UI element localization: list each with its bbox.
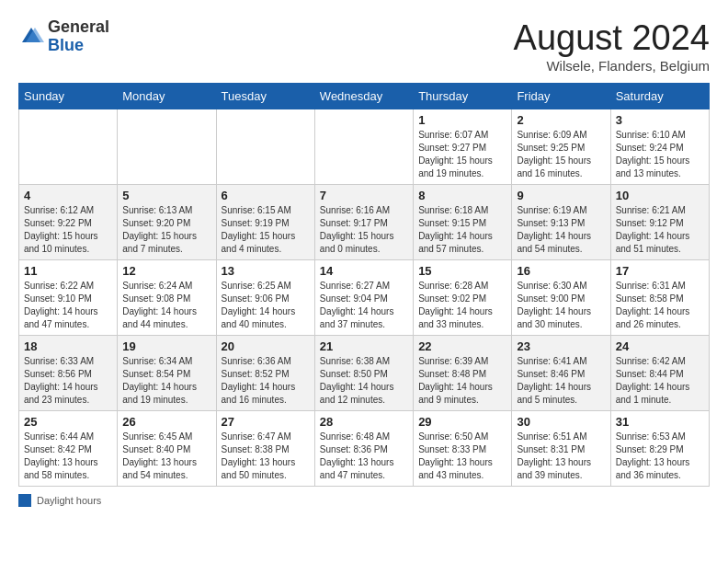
day-cell-5: 5Sunrise: 6:13 AM Sunset: 9:20 PM Daylig… xyxy=(118,185,216,260)
logo-general-text: General xyxy=(48,18,109,37)
day-cell-18: 18Sunrise: 6:33 AM Sunset: 8:56 PM Dayli… xyxy=(19,336,118,411)
weekday-header-sunday: Sunday xyxy=(19,84,118,109)
day-number: 17 xyxy=(616,264,704,278)
day-number: 20 xyxy=(222,339,310,353)
day-number: 27 xyxy=(222,415,310,429)
day-info: Sunrise: 6:24 AM Sunset: 9:08 PM Dayligh… xyxy=(122,280,210,331)
day-cell-empty-2 xyxy=(216,109,314,185)
day-cell-9: 9Sunrise: 6:19 AM Sunset: 9:13 PM Daylig… xyxy=(512,185,610,260)
day-number: 14 xyxy=(320,264,408,278)
day-cell-20: 20Sunrise: 6:36 AM Sunset: 8:52 PM Dayli… xyxy=(216,336,314,411)
day-info: Sunrise: 6:22 AM Sunset: 9:10 PM Dayligh… xyxy=(24,280,112,331)
day-info: Sunrise: 6:42 AM Sunset: 8:44 PM Dayligh… xyxy=(616,355,704,407)
day-cell-11: 11Sunrise: 6:22 AM Sunset: 9:10 PM Dayli… xyxy=(19,260,118,336)
day-cell-15: 15Sunrise: 6:28 AM Sunset: 9:02 PM Dayli… xyxy=(414,260,512,336)
day-info: Sunrise: 6:41 AM Sunset: 8:46 PM Dayligh… xyxy=(517,355,605,407)
day-cell-1: 1Sunrise: 6:07 AM Sunset: 9:27 PM Daylig… xyxy=(414,109,512,185)
day-info: Sunrise: 6:48 AM Sunset: 8:36 PM Dayligh… xyxy=(320,431,408,482)
day-number: 19 xyxy=(122,339,210,353)
month-title: August 2024 xyxy=(514,18,710,58)
day-info: Sunrise: 6:07 AM Sunset: 9:27 PM Dayligh… xyxy=(418,129,506,180)
day-number: 30 xyxy=(517,415,605,429)
day-cell-17: 17Sunrise: 6:31 AM Sunset: 8:58 PM Dayli… xyxy=(610,260,709,336)
day-number: 31 xyxy=(616,415,704,429)
day-info: Sunrise: 6:45 AM Sunset: 8:40 PM Dayligh… xyxy=(122,431,210,482)
calendar-table: SundayMondayTuesdayWednesdayThursdayFrid… xyxy=(18,83,710,487)
day-number: 13 xyxy=(222,264,310,278)
day-number: 24 xyxy=(616,339,704,353)
day-info: Sunrise: 6:16 AM Sunset: 9:17 PM Dayligh… xyxy=(320,204,408,256)
day-number: 25 xyxy=(24,415,112,429)
day-number: 9 xyxy=(517,189,605,202)
day-info: Sunrise: 6:21 AM Sunset: 9:12 PM Dayligh… xyxy=(616,204,704,256)
day-number: 15 xyxy=(418,264,506,278)
day-info: Sunrise: 6:28 AM Sunset: 9:02 PM Dayligh… xyxy=(418,280,506,331)
location-title: Wilsele, Flanders, Belgium xyxy=(514,58,710,74)
day-cell-26: 26Sunrise: 6:45 AM Sunset: 8:40 PM Dayli… xyxy=(118,411,216,487)
day-cell-27: 27Sunrise: 6:47 AM Sunset: 8:38 PM Dayli… xyxy=(216,411,314,487)
day-info: Sunrise: 6:30 AM Sunset: 9:00 PM Dayligh… xyxy=(517,280,605,331)
logo-blue-text: Blue xyxy=(48,37,109,55)
day-cell-10: 10Sunrise: 6:21 AM Sunset: 9:12 PM Dayli… xyxy=(610,185,709,260)
weekday-header-thursday: Thursday xyxy=(414,84,512,109)
day-info: Sunrise: 6:27 AM Sunset: 9:04 PM Dayligh… xyxy=(320,280,408,331)
day-info: Sunrise: 6:36 AM Sunset: 8:52 PM Dayligh… xyxy=(222,355,310,407)
day-number: 12 xyxy=(122,264,210,278)
day-info: Sunrise: 6:12 AM Sunset: 9:22 PM Dayligh… xyxy=(24,204,112,256)
day-cell-30: 30Sunrise: 6:51 AM Sunset: 8:31 PM Dayli… xyxy=(512,411,610,487)
day-cell-14: 14Sunrise: 6:27 AM Sunset: 9:04 PM Dayli… xyxy=(314,260,413,336)
day-cell-7: 7Sunrise: 6:16 AM Sunset: 9:17 PM Daylig… xyxy=(314,185,413,260)
day-info: Sunrise: 6:53 AM Sunset: 8:29 PM Dayligh… xyxy=(616,431,704,482)
day-info: Sunrise: 6:19 AM Sunset: 9:13 PM Dayligh… xyxy=(517,204,605,256)
day-cell-13: 13Sunrise: 6:25 AM Sunset: 9:06 PM Dayli… xyxy=(216,260,314,336)
weekday-header-wednesday: Wednesday xyxy=(314,84,413,109)
day-cell-3: 3Sunrise: 6:10 AM Sunset: 9:24 PM Daylig… xyxy=(610,109,709,185)
daylight-color-box xyxy=(18,494,31,507)
day-number: 8 xyxy=(418,189,506,202)
weekday-header-tuesday: Tuesday xyxy=(216,84,314,109)
week-row-4: 18Sunrise: 6:33 AM Sunset: 8:56 PM Dayli… xyxy=(19,336,710,411)
day-info: Sunrise: 6:13 AM Sunset: 9:20 PM Dayligh… xyxy=(122,204,210,256)
day-number: 6 xyxy=(222,189,310,202)
day-info: Sunrise: 6:09 AM Sunset: 9:25 PM Dayligh… xyxy=(517,129,605,180)
day-number: 5 xyxy=(122,189,210,202)
weekday-header-row: SundayMondayTuesdayWednesdayThursdayFrid… xyxy=(19,84,710,109)
day-info: Sunrise: 6:25 AM Sunset: 9:06 PM Dayligh… xyxy=(222,280,310,331)
day-cell-16: 16Sunrise: 6:30 AM Sunset: 9:00 PM Dayli… xyxy=(512,260,610,336)
day-cell-4: 4Sunrise: 6:12 AM Sunset: 9:22 PM Daylig… xyxy=(19,185,118,260)
day-cell-8: 8Sunrise: 6:18 AM Sunset: 9:15 PM Daylig… xyxy=(414,185,512,260)
day-cell-empty-0 xyxy=(19,109,118,185)
day-info: Sunrise: 6:31 AM Sunset: 8:58 PM Dayligh… xyxy=(616,280,704,331)
day-info: Sunrise: 6:33 AM Sunset: 8:56 PM Dayligh… xyxy=(24,355,112,407)
day-number: 26 xyxy=(122,415,210,429)
day-number: 18 xyxy=(24,339,112,353)
weekday-header-monday: Monday xyxy=(118,84,216,109)
day-number: 2 xyxy=(517,113,605,127)
day-info: Sunrise: 6:44 AM Sunset: 8:42 PM Dayligh… xyxy=(24,431,112,482)
day-cell-empty-1 xyxy=(118,109,216,185)
header: General Blue August 2024 Wilsele, Flande… xyxy=(18,18,710,74)
day-cell-28: 28Sunrise: 6:48 AM Sunset: 8:36 PM Dayli… xyxy=(314,411,413,487)
day-number: 28 xyxy=(320,415,408,429)
day-number: 21 xyxy=(320,339,408,353)
day-cell-29: 29Sunrise: 6:50 AM Sunset: 8:33 PM Dayli… xyxy=(414,411,512,487)
day-cell-24: 24Sunrise: 6:42 AM Sunset: 8:44 PM Dayli… xyxy=(610,336,709,411)
day-cell-2: 2Sunrise: 6:09 AM Sunset: 9:25 PM Daylig… xyxy=(512,109,610,185)
day-number: 3 xyxy=(616,113,704,127)
weekday-header-friday: Friday xyxy=(512,84,610,109)
week-row-5: 25Sunrise: 6:44 AM Sunset: 8:42 PM Dayli… xyxy=(19,411,710,487)
week-row-2: 4Sunrise: 6:12 AM Sunset: 9:22 PM Daylig… xyxy=(19,185,710,260)
day-info: Sunrise: 6:47 AM Sunset: 8:38 PM Dayligh… xyxy=(222,431,310,482)
footer-area: Daylight hours xyxy=(18,494,710,507)
logo: General Blue xyxy=(18,18,109,55)
day-info: Sunrise: 6:34 AM Sunset: 8:54 PM Dayligh… xyxy=(122,355,210,407)
day-number: 16 xyxy=(517,264,605,278)
day-info: Sunrise: 6:38 AM Sunset: 8:50 PM Dayligh… xyxy=(320,355,408,407)
day-cell-23: 23Sunrise: 6:41 AM Sunset: 8:46 PM Dayli… xyxy=(512,336,610,411)
day-info: Sunrise: 6:51 AM Sunset: 8:31 PM Dayligh… xyxy=(517,431,605,482)
day-number: 10 xyxy=(616,189,704,202)
daylight-label: Daylight hours xyxy=(37,495,101,506)
day-number: 11 xyxy=(24,264,112,278)
day-info: Sunrise: 6:10 AM Sunset: 9:24 PM Dayligh… xyxy=(616,129,704,180)
week-row-3: 11Sunrise: 6:22 AM Sunset: 9:10 PM Dayli… xyxy=(19,260,710,336)
